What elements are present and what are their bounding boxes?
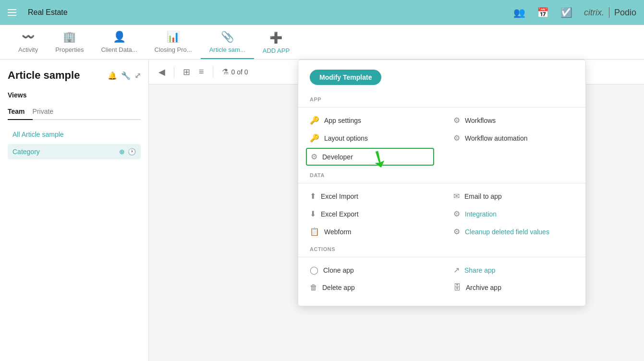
archive-app-icon: 🗄 [453, 283, 461, 292]
toolbar-sep-2 [213, 66, 213, 78]
tab-properties[interactable]: 🏢 Properties [47, 26, 92, 59]
people-icon[interactable]: 👥 [513, 7, 525, 18]
menu-item-layout-options[interactable]: 🔑 Layout options [298, 129, 442, 147]
layout-options-label: Layout options [324, 134, 368, 142]
tasks-icon[interactable]: ☑️ [560, 7, 572, 18]
logo-area: citrix. Podio [584, 7, 636, 18]
tab-activity-label: Activity [18, 46, 38, 53]
views-label: Views [8, 91, 141, 99]
actions-items-grid: ◯ Clone app ↗ Share app 🗑 Delete app 🗄 A… [298, 259, 585, 298]
data-items-grid: ⬆ Excel Import ✉ Email to app ⬇ Excel Ex… [298, 185, 585, 242]
menu-item-app-settings[interactable]: 🔑 App settings [298, 111, 442, 129]
section-label-data: DATA [298, 168, 585, 181]
menu-item-delete-app[interactable]: 🗑 Delete app [298, 279, 442, 296]
tab-articlesam-label: Article sam... [209, 46, 245, 53]
workflows-icon: ⚙ [453, 116, 460, 125]
menu-item-excel-export[interactable]: ⬇ Excel Export [298, 205, 442, 223]
cleanup-label: Cleanup deleted field values [465, 228, 549, 236]
views-tab-private[interactable]: Private [33, 105, 61, 120]
activity-icon: 〰️ [22, 31, 35, 43]
menu-item-clone-app[interactable]: ◯ Clone app [298, 261, 442, 279]
closingpro-icon: 📊 [167, 31, 180, 43]
integration-icon: ⚙ [453, 209, 460, 218]
filter-history-icon[interactable]: 🕐 [128, 148, 136, 156]
menu-item-cleanup[interactable]: ⚙ Cleanup deleted field values [442, 223, 585, 241]
tab-clientdata[interactable]: 👤 Client Data... [92, 26, 146, 59]
developer-label: Developer [322, 153, 353, 161]
menu-item-email-to-app[interactable]: ✉ Email to app [442, 187, 585, 205]
filter-plus-icon[interactable]: ⊕ [119, 148, 125, 156]
filter-category-label: Category [12, 148, 40, 156]
menu-item-excel-import[interactable]: ⬆ Excel Import [298, 187, 442, 205]
main-area: Article sample 🔔 🔧 ⤢ Views Team Private … [0, 60, 644, 361]
content-area: ◀ ⊞ ≡ ⚗ 0 of 0 No items match these crit… [149, 60, 644, 361]
delete-app-icon: 🗑 [310, 283, 317, 292]
tab-closingpro-label: Closing Pro... [155, 46, 192, 53]
add-app-icon: ➕ [269, 32, 282, 44]
menu-item-share-app[interactable]: ↗ Share app [442, 261, 585, 279]
add-app-label: ADD APP [263, 47, 290, 54]
sidebar-title-row: Article sample 🔔 🔧 ⤢ [8, 69, 141, 82]
list-view-icon[interactable]: ≡ [197, 65, 206, 79]
app-settings-icon: 🔑 [310, 116, 319, 125]
app-settings-label: App settings [324, 117, 361, 124]
divider-app [298, 107, 585, 108]
clone-app-icon: ◯ [310, 265, 318, 275]
tab-properties-label: Properties [55, 46, 84, 53]
share-app-icon: ↗ [453, 265, 460, 275]
excel-export-icon: ⬇ [310, 209, 316, 218]
filter-count: 0 of 0 [231, 68, 248, 76]
tab-articlesam[interactable]: 📎 Article sam... [201, 26, 254, 59]
divider-actions [298, 257, 585, 257]
calendar-icon[interactable]: 📅 [537, 7, 549, 18]
workflow-automation-label: Workflow automation [465, 134, 527, 142]
menu-item-integration[interactable]: ⚙ Integration [442, 205, 585, 223]
archive-app-label: Archive app [466, 284, 501, 291]
divider-data [298, 183, 585, 183]
delete-app-label: Delete app [322, 284, 355, 291]
menu-item-webform[interactable]: 📋 Webform [298, 223, 442, 241]
dropdown-header: Modify Template [298, 70, 585, 93]
toolbar-filter-info: ⚗ 0 of 0 [222, 67, 248, 76]
layout-options-icon: 🔑 [310, 133, 319, 143]
section-label-actions: ACTIONS [298, 242, 585, 255]
sidebar: Article sample 🔔 🔧 ⤢ Views Team Private … [0, 60, 149, 361]
citrix-text: citrix. [584, 8, 604, 18]
sidebar-title-icons: 🔔 🔧 ⤢ [108, 71, 141, 80]
email-to-app-label: Email to app [464, 193, 502, 200]
collapse-icon[interactable]: ◀ [157, 65, 167, 79]
expand-icon[interactable]: ⤢ [134, 71, 141, 80]
workflows-label: Workflows [465, 117, 496, 124]
filter-icon[interactable]: ⚗ [222, 67, 229, 76]
add-app-button[interactable]: ➕ ADD APP [254, 27, 298, 59]
articlesam-icon: 📎 [221, 31, 234, 43]
excel-import-icon: ⬆ [310, 192, 316, 201]
wrench-icon[interactable]: 🔧 [121, 71, 131, 80]
menu-item-archive-app[interactable]: 🗄 Archive app [442, 279, 585, 296]
views-tab-team[interactable]: Team [8, 105, 33, 120]
hamburger-menu[interactable] [8, 9, 16, 16]
excel-import-label: Excel Import [321, 193, 358, 200]
grid-view-icon[interactable]: ⊞ [181, 65, 192, 79]
podio-text: Podio [614, 8, 636, 18]
bell-icon[interactable]: 🔔 [108, 71, 117, 80]
excel-export-label: Excel Export [321, 210, 359, 218]
menu-item-workflow-automation[interactable]: ⚙ Workflow automation [442, 129, 585, 147]
workspace-title: Real Estate [28, 8, 502, 17]
sidebar-filter-icons: ⊕ 🕐 [119, 148, 136, 156]
sidebar-filter-category[interactable]: Category ⊕ 🕐 [8, 144, 141, 159]
menu-item-workflows[interactable]: ⚙ Workflows [442, 111, 585, 129]
developer-icon: ⚙ [311, 152, 317, 161]
sidebar-nav-all-article[interactable]: All Article sample [8, 127, 141, 142]
modify-template-button[interactable]: Modify Template [310, 70, 381, 85]
sidebar-app-title: Article sample [8, 69, 80, 82]
top-nav: Real Estate 👥 📅 ☑️ citrix. Podio [0, 0, 644, 25]
tab-closingpro[interactable]: 📊 Closing Pro... [146, 26, 201, 59]
integration-label: Integration [465, 210, 497, 218]
tab-clientdata-label: Client Data... [101, 46, 137, 53]
webform-icon: 📋 [310, 227, 319, 236]
app-tabs-bar: 〰️ Activity 🏢 Properties 👤 Client Data..… [0, 25, 644, 60]
menu-item-developer[interactable]: ⚙ Developer [306, 148, 434, 166]
cleanup-icon: ⚙ [453, 227, 460, 236]
tab-activity[interactable]: 〰️ Activity [10, 26, 47, 59]
